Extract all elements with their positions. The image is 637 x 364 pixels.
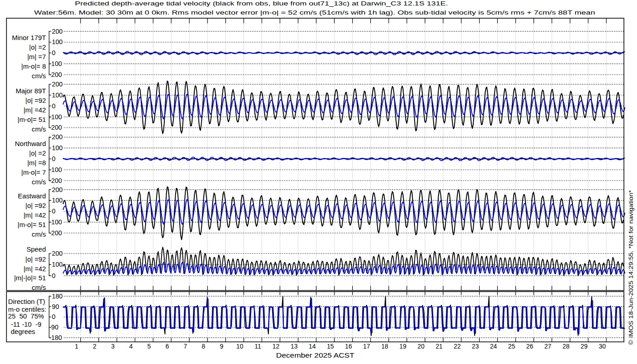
svg-text:|m-o|= 51: |m-o|= 51 [18, 116, 46, 123]
svg-text:12: 12 [273, 343, 279, 350]
svg-text:-100: -100 [49, 218, 62, 226]
svg-text:27: 27 [544, 343, 551, 350]
svg-text:200: 200 [52, 186, 63, 193]
svg-text:|o| =92: |o| =92 [25, 97, 46, 104]
svg-text:Minor 179T: Minor 179T [12, 34, 46, 41]
svg-text:9: 9 [220, 343, 223, 350]
svg-text:-11 -10 -9: -11 -10 -9 [11, 321, 41, 328]
svg-text:0: 0 [52, 313, 56, 320]
svg-text:cm/s: cm/s [32, 72, 46, 80]
svg-text:200: 200 [52, 81, 63, 88]
svg-text:2: 2 [93, 343, 96, 350]
svg-text:22: 22 [454, 343, 460, 350]
svg-text:3: 3 [111, 343, 115, 350]
svg-text:cm/s: cm/s [32, 284, 46, 291]
svg-text:0: 0 [52, 207, 56, 215]
svg-text:90: 90 [52, 303, 59, 310]
svg-text:-100: -100 [49, 166, 62, 173]
svg-text:|m|-|o|= 51: |m|-|o|= 51 [14, 274, 46, 282]
svg-text:Predicted depth-average tidal: Predicted depth-average tidal velocity (… [75, 0, 448, 7]
svg-text:25: 25 [508, 343, 516, 350]
svg-text:© IMOS 18-Jun-2025 14:29:55. *: © IMOS 18-Jun-2025 14:29:55. *Not for na… [627, 190, 634, 345]
svg-text:Direction (T): Direction (T) [8, 298, 45, 305]
svg-text:m-o centiles:: m-o centiles: [8, 306, 46, 313]
svg-text:|o| =2: |o| =2 [29, 150, 46, 157]
svg-text:100: 100 [52, 144, 63, 152]
svg-text:December 2025 ACST: December 2025 ACST [276, 351, 355, 359]
svg-text:Northward: Northward [15, 140, 46, 147]
svg-text:17: 17 [363, 343, 370, 350]
svg-text:7: 7 [183, 343, 187, 350]
svg-text:|m| =8: |m| =8 [27, 159, 46, 167]
svg-text:100: 100 [52, 38, 63, 46]
svg-text:-200: -200 [49, 71, 62, 78]
svg-text:200: 200 [52, 133, 63, 141]
svg-text:-90: -90 [49, 324, 59, 331]
svg-text:-100: -100 [49, 113, 62, 121]
svg-text:13: 13 [291, 343, 298, 350]
svg-text:0: 0 [52, 49, 56, 56]
svg-text:0: 0 [52, 272, 56, 279]
svg-text:|m| =42: |m| =42 [24, 106, 46, 114]
svg-text:30: 30 [599, 343, 606, 350]
svg-text:180: 180 [52, 293, 63, 300]
svg-text:25 50 75%: 25 50 75% [8, 313, 44, 320]
svg-text:10: 10 [236, 343, 243, 350]
svg-text:Speed: Speed [26, 246, 46, 253]
svg-text:26: 26 [526, 343, 534, 350]
svg-text:|m-o|= 8: |m-o|= 8 [21, 63, 46, 70]
svg-text:|m| =42: |m| =42 [24, 265, 46, 273]
svg-text:|o| =92: |o| =92 [25, 202, 46, 209]
svg-text:|m| =7: |m| =7 [27, 53, 46, 61]
svg-text:6: 6 [166, 343, 169, 350]
svg-text:19: 19 [399, 343, 407, 350]
svg-text:cm/s: cm/s [32, 231, 46, 238]
svg-text:200: 200 [52, 250, 63, 257]
svg-text:20: 20 [418, 343, 425, 350]
svg-text:29: 29 [581, 343, 588, 350]
svg-text:-200: -200 [49, 229, 62, 237]
svg-text:-180: -180 [49, 334, 62, 341]
svg-text:8: 8 [202, 343, 205, 350]
svg-text:cm/s: cm/s [32, 126, 46, 133]
svg-text:200: 200 [52, 28, 63, 35]
svg-text:5: 5 [147, 343, 151, 350]
svg-text:degrees: degrees [11, 328, 35, 335]
svg-text:14: 14 [309, 343, 316, 350]
svg-text:0: 0 [52, 102, 56, 110]
svg-text:|m-o|= 7: |m-o|= 7 [21, 169, 46, 176]
svg-text:15: 15 [327, 343, 334, 350]
svg-text:4: 4 [129, 343, 133, 350]
svg-text:28: 28 [562, 343, 570, 350]
svg-text:1: 1 [75, 343, 78, 350]
svg-text:Eastward: Eastward [18, 192, 46, 200]
svg-text:|m| =42: |m| =42 [24, 212, 46, 219]
svg-text:-200: -200 [49, 177, 62, 184]
svg-text:-200: -200 [49, 124, 62, 131]
svg-text:100: 100 [52, 91, 63, 99]
svg-text:23: 23 [472, 343, 479, 350]
svg-text:Major 89T: Major 89T [15, 87, 46, 95]
svg-text:24: 24 [490, 343, 497, 350]
svg-text:cm/s: cm/s [32, 178, 46, 186]
svg-text:100: 100 [52, 197, 63, 204]
svg-text:Water:56m. Model: 30 30m at 0: Water:56m. Model: 30 30m at 0 0km. Rms m… [34, 9, 595, 16]
svg-text:18: 18 [381, 343, 389, 350]
svg-text:|o| =2: |o| =2 [29, 44, 46, 51]
svg-text:0: 0 [52, 155, 56, 162]
svg-text:|o| =92: |o| =92 [25, 256, 46, 263]
svg-text:11: 11 [255, 343, 261, 350]
svg-text:-100: -100 [49, 60, 62, 67]
svg-text:21: 21 [435, 343, 442, 350]
svg-text:|m-o|= 51: |m-o|= 51 [18, 221, 46, 228]
svg-text:16: 16 [345, 343, 352, 350]
svg-text:100: 100 [52, 261, 63, 268]
